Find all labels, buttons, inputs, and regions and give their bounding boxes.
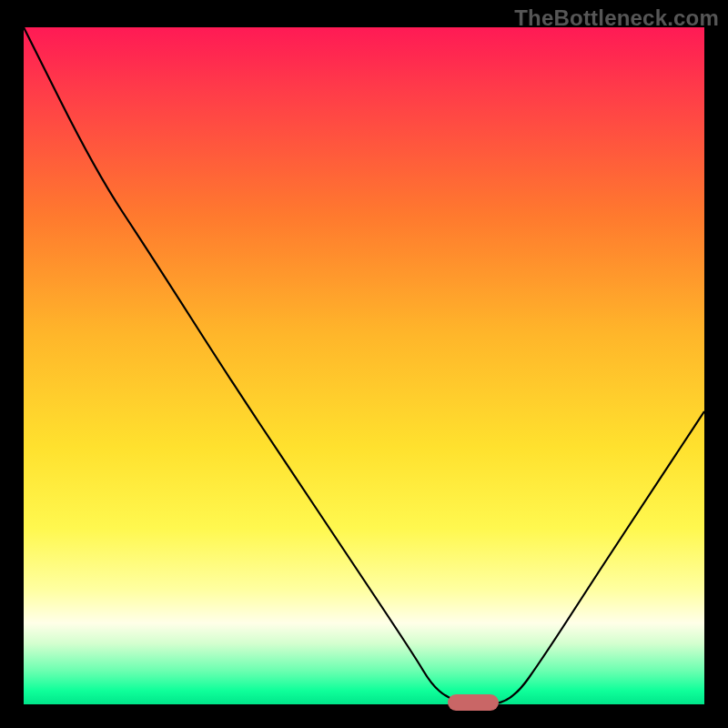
bottleneck-curve <box>24 27 704 704</box>
watermark-text: TheBottleneck.com <box>514 5 719 31</box>
plot-frame <box>24 27 704 704</box>
chart-container: TheBottleneck.com <box>0 0 728 728</box>
plot-area <box>24 27 704 704</box>
optimal-point-marker <box>448 694 499 711</box>
curve-layer <box>24 27 704 704</box>
